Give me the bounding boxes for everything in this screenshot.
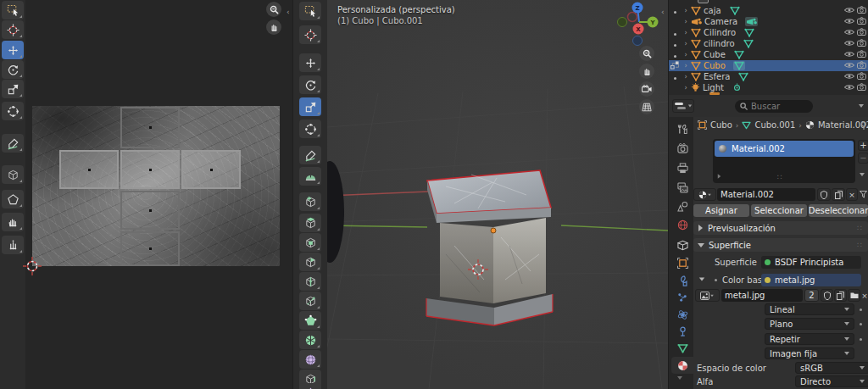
outliner-object-name[interactable]: Cilindro bbox=[704, 28, 736, 37]
uv-zoom-button[interactable] bbox=[266, 2, 281, 17]
outliner-row-cilindro[interactable]: ›cilindro bbox=[669, 38, 868, 49]
properties-tab-view-layer[interactable] bbox=[671, 179, 693, 196]
properties-tab-scene[interactable] bbox=[671, 197, 693, 214]
expand-chevron-icon[interactable]: › bbox=[681, 51, 691, 58]
vp-tool-spin[interactable] bbox=[299, 331, 321, 349]
colorspace-dropdown[interactable]: sRGB bbox=[795, 362, 868, 374]
breadcrumb-object[interactable]: Cubo bbox=[710, 120, 732, 130]
editor-type-button[interactable] bbox=[672, 99, 694, 113]
animate-property-dot[interactable] bbox=[860, 323, 862, 325]
texture-setting-dropdown-lineal[interactable]: Lineal bbox=[765, 303, 854, 315]
base-color-value-button[interactable]: metal.jpg bbox=[761, 274, 861, 286]
slot-specials-icon[interactable] bbox=[860, 173, 865, 176]
uv-tool-scale[interactable] bbox=[2, 80, 24, 98]
properties-tab-collection[interactable] bbox=[671, 236, 693, 253]
uv-tool-transform[interactable] bbox=[2, 102, 24, 120]
slot-remove-button[interactable]: − bbox=[858, 153, 868, 164]
preview-panel-header[interactable]: Previsualización ∷ bbox=[693, 221, 868, 235]
outliner-object-name[interactable]: Cubo bbox=[704, 61, 726, 70]
vp-tool-add-cube[interactable] bbox=[299, 192, 321, 211]
outliner-row-caja[interactable]: ›caja bbox=[669, 5, 868, 16]
outliner-object-name[interactable]: Esfera bbox=[704, 72, 730, 81]
animate-property-dot[interactable] bbox=[860, 308, 862, 311]
vp-tool-transform[interactable] bbox=[299, 119, 321, 138]
disable-render-icon[interactable] bbox=[857, 6, 866, 15]
uv-tool-pinch[interactable] bbox=[2, 236, 24, 254]
hide-eye-icon[interactable] bbox=[844, 17, 854, 26]
uv-tool-annotate[interactable] bbox=[2, 134, 24, 153]
texture-setting-dropdown-repetir[interactable]: Repetir bbox=[765, 333, 854, 345]
vp-tool-scale[interactable] bbox=[299, 97, 321, 116]
uv-tool-select-box[interactable] bbox=[2, 1, 24, 19]
material-browse-button[interactable] bbox=[693, 188, 716, 201]
deselect-button[interactable]: Deseleccionar bbox=[809, 204, 868, 217]
material-slot-selected[interactable]: Material.002 bbox=[715, 141, 854, 157]
expand-chevron-icon[interactable]: › bbox=[681, 7, 691, 14]
hide-eye-icon[interactable] bbox=[844, 72, 854, 81]
vp-tool-bevel[interactable] bbox=[299, 253, 321, 271]
viewport-3d[interactable]: Personalizada (perspectiva) (1) Cubo | C… bbox=[327, 0, 668, 389]
outliner-object-name[interactable]: Camera bbox=[704, 17, 737, 26]
uv-face-selected[interactable] bbox=[59, 150, 119, 189]
vp-tool-select-box[interactable] bbox=[299, 2, 321, 20]
properties-tab-render[interactable] bbox=[671, 140, 693, 157]
vp-tool-shrink-fatten[interactable] bbox=[299, 383, 321, 389]
hide-eye-icon[interactable] bbox=[844, 50, 854, 59]
expand-chevron-icon[interactable]: › bbox=[681, 73, 691, 81]
expand-chevron-icon[interactable]: › bbox=[681, 18, 691, 25]
unlink-material-button[interactable]: × bbox=[846, 188, 858, 201]
assign-button[interactable]: Asignar bbox=[693, 204, 749, 217]
pin-icon[interactable] bbox=[860, 121, 868, 130]
vp-tool-knife[interactable] bbox=[299, 292, 321, 310]
viewport-zoom-button[interactable] bbox=[639, 46, 654, 61]
properties-tab-particles[interactable] bbox=[671, 289, 693, 306]
disable-render-icon[interactable] bbox=[857, 50, 866, 59]
properties-tab-modifiers[interactable] bbox=[671, 272, 693, 289]
uv-face[interactable] bbox=[120, 191, 180, 230]
breadcrumb-data[interactable]: Cubo.001 bbox=[754, 120, 795, 130]
vp-tool-rotate[interactable] bbox=[299, 75, 321, 94]
properties-tab-material[interactable] bbox=[671, 357, 693, 374]
vp-tool-inset-faces[interactable] bbox=[299, 233, 321, 252]
vp-tool-loop-cut[interactable] bbox=[299, 272, 321, 291]
expand-chevron-icon[interactable]: › bbox=[681, 84, 691, 92]
image-unlink-button[interactable]: × bbox=[861, 289, 868, 302]
outliner-object-name[interactable]: caja bbox=[704, 6, 721, 15]
material-slot-list[interactable]: Material.002 ∷ bbox=[713, 139, 855, 183]
image-copy-button[interactable] bbox=[834, 289, 847, 302]
base-color-expand-icon[interactable] bbox=[699, 278, 704, 281]
fake-user-button[interactable] bbox=[817, 188, 831, 201]
uv-face[interactable] bbox=[120, 107, 180, 148]
outliner-row-Camera[interactable]: ›Camera bbox=[669, 16, 868, 27]
vp-tool-move[interactable] bbox=[299, 53, 321, 72]
animate-property-dot[interactable] bbox=[860, 338, 862, 341]
vp-tool-poly-build[interactable] bbox=[299, 311, 321, 330]
texture-setting-dropdown-imagen-fija[interactable]: Imagen fija bbox=[765, 347, 854, 359]
disable-render-icon[interactable] bbox=[857, 61, 866, 70]
properties-header-menu-icon[interactable] bbox=[859, 104, 864, 108]
properties-tab-constraints[interactable] bbox=[671, 323, 693, 340]
disable-render-icon[interactable] bbox=[857, 39, 866, 48]
hide-eye-icon[interactable] bbox=[844, 28, 854, 37]
hide-eye-icon[interactable] bbox=[844, 6, 854, 15]
outliner-row-Esfera[interactable]: ›Esfera bbox=[669, 71, 868, 82]
slot-list-grip[interactable]: ∷ bbox=[777, 173, 783, 181]
uv-image-editor[interactable]: ‹ bbox=[25, 0, 292, 389]
vp-tool-cursor[interactable] bbox=[299, 25, 321, 44]
outliner-row-Cilindro[interactable]: ›Cilindro bbox=[669, 27, 868, 38]
surface-panel-header[interactable]: Superficie ∷ bbox=[693, 238, 868, 252]
outliner-object-name[interactable]: Cube bbox=[704, 50, 726, 59]
material-specials-button[interactable] bbox=[860, 188, 868, 201]
expand-chevron-icon[interactable]: › bbox=[681, 40, 691, 47]
alpha-dropdown[interactable]: Directo bbox=[795, 375, 868, 387]
uv-face-selected[interactable] bbox=[181, 150, 241, 189]
disable-render-icon[interactable] bbox=[857, 17, 866, 26]
uv-tool-relax[interactable] bbox=[2, 190, 24, 208]
image-name-field[interactable]: metal.jpg bbox=[721, 289, 803, 302]
texture-setting-dropdown-plano[interactable]: Plano bbox=[765, 318, 854, 330]
viewport-camera-view-button[interactable] bbox=[639, 81, 654, 97]
vp-tool-annotate[interactable] bbox=[299, 146, 321, 164]
properties-tab-physics[interactable] bbox=[671, 306, 693, 323]
uv-sidebar-collapse-icon[interactable]: ‹ bbox=[287, 8, 290, 16]
disable-render-icon[interactable] bbox=[857, 72, 866, 81]
